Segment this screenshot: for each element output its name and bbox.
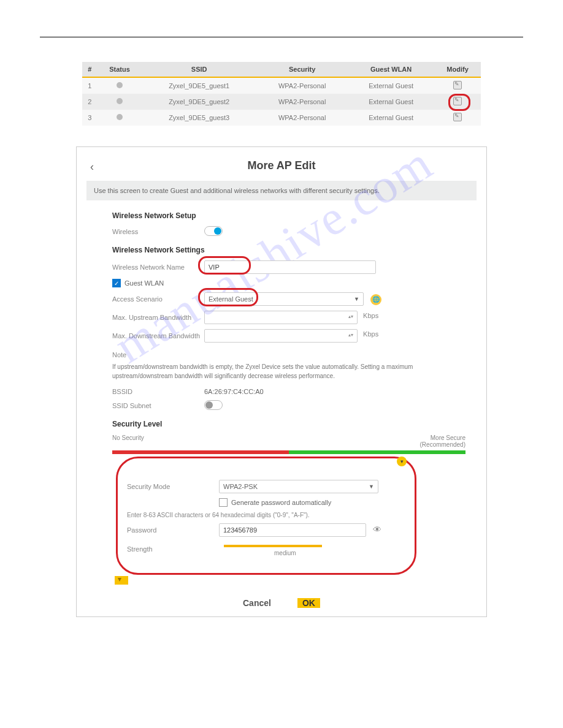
back-icon[interactable]: ‹ <box>90 161 94 173</box>
table-header-row: # Status SSID Security Guest WLAN Modify <box>82 62 481 77</box>
table-row: 1 Zyxel_9DE5_guest1 WPA2-Personal Extern… <box>82 77 481 94</box>
security-mode-select[interactable]: WPA2-PSK ▼ <box>219 480 378 493</box>
cell-num: 2 <box>82 94 98 110</box>
col-security: Security <box>256 62 348 77</box>
cell-num: 3 <box>82 110 98 126</box>
recommended-label: (Recommended) <box>420 441 465 448</box>
section-heading: Wireless Network Settings <box>112 246 465 254</box>
chevron-down-icon: ▼ <box>354 296 359 302</box>
access-scenario-label: Access Scenario <box>112 295 204 303</box>
stepper-icon[interactable]: ▴▾ <box>348 333 356 338</box>
highlight-ring: External Guest ▼ <box>204 292 364 306</box>
highlight-ring <box>204 260 376 274</box>
edit-icon[interactable] <box>453 113 462 121</box>
unit-label: Kbps <box>363 312 378 319</box>
no-security-label: No Security <box>112 434 144 448</box>
dialog-notice: Use this screen to create Guest and addi… <box>86 181 477 200</box>
security-level-bar[interactable] <box>112 450 465 454</box>
globe-icon[interactable]: 🌐 <box>370 294 381 305</box>
downstream-stepper[interactable]: ▴▾ <box>204 329 358 343</box>
section-heading: Security Level <box>112 420 465 428</box>
ap-table: # Status SSID Security Guest WLAN Modify… <box>82 62 481 126</box>
bssid-label: BSSID <box>112 388 204 395</box>
downstream-label: Max. Downstream Bandwidth <box>112 332 204 339</box>
cell-status <box>98 110 142 126</box>
edit-icon[interactable] <box>453 97 462 105</box>
select-value: External Guest <box>209 295 253 303</box>
guest-wlan-label: Guest WLAN <box>124 279 164 287</box>
bulb-icon <box>117 98 123 104</box>
col-num: # <box>82 62 98 77</box>
dialog-title: More AP Edit <box>247 159 315 172</box>
cell-ssid: Zyxel_9DE5_guest2 <box>142 94 256 110</box>
wireless-toggle[interactable] <box>204 226 223 236</box>
network-name-input[interactable] <box>204 260 376 274</box>
note-text: If upstream/downstream bandwidth is empt… <box>112 362 465 381</box>
table-row: 3 Zyxel_9DE5_guest3 WPA2-Personal Extern… <box>82 110 481 126</box>
cell-status <box>98 94 142 110</box>
cell-security: WPA2-Personal <box>256 77 348 94</box>
upstream-stepper[interactable]: ▴▾ <box>204 311 358 324</box>
dialog-header: ‹ More AP Edit <box>77 147 486 176</box>
guest-wlan-checkbox[interactable]: ✓ <box>112 279 121 287</box>
password-label: Password <box>127 526 219 534</box>
table-row: 2 Zyxel_9DE5_guest2 WPA2-Personal Extern… <box>82 94 481 110</box>
strength-label: Strength <box>127 545 219 553</box>
cell-modify[interactable] <box>434 110 481 126</box>
select-value: WPA2-PSK <box>223 483 258 490</box>
cell-ssid: Zyxel_9DE5_guest1 <box>142 77 256 94</box>
upstream-label: Max. Upstream Bandwidth <box>112 314 204 321</box>
cell-security: WPA2-Personal <box>256 94 348 110</box>
cell-status <box>98 77 142 94</box>
chevron-down-icon: ▼ <box>369 483 374 490</box>
wireless-label: Wireless <box>112 228 204 235</box>
cancel-button[interactable]: Cancel <box>243 598 271 608</box>
ok-button[interactable]: OK <box>297 598 320 608</box>
expand-icon[interactable] <box>115 576 128 585</box>
highlight-icon <box>453 97 462 107</box>
ssid-subnet-label: SSID Subnet <box>112 402 204 409</box>
bssid-value: 6A:26:97:C4:CC:A0 <box>204 388 465 395</box>
password-input[interactable] <box>219 523 366 537</box>
note-heading: Note <box>112 351 465 358</box>
edit-icon[interactable] <box>453 81 462 89</box>
security-panel: ▾ Security Mode WPA2-PSK ▼ Generate pass… <box>112 463 465 571</box>
bulb-icon <box>117 82 123 88</box>
cell-ssid: Zyxel_9DE5_guest3 <box>142 110 256 126</box>
col-status: Status <box>98 62 142 77</box>
security-mode-label: Security Mode <box>127 483 219 490</box>
section-heading: Wireless Network Setup <box>112 211 465 220</box>
password-hint: Enter 8-63 ASCII characters or 64 hexade… <box>127 512 451 518</box>
dialog-actions: Cancel OK <box>77 598 486 608</box>
cell-guest: External Guest <box>348 77 434 94</box>
strength-bar <box>224 545 322 547</box>
col-modify: Modify <box>434 62 481 77</box>
access-scenario-select[interactable]: External Guest ▼ <box>204 292 364 306</box>
slider-knob-icon[interactable]: ▾ <box>397 457 407 466</box>
cell-guest: External Guest <box>348 110 434 126</box>
wireless-setup-section: Wireless Network Setup Wireless Wireless… <box>112 211 465 586</box>
page-rule <box>40 37 523 37</box>
gen-password-checkbox[interactable] <box>219 498 228 507</box>
cell-num: 1 <box>82 77 98 94</box>
eye-icon[interactable]: 👁 <box>373 525 381 534</box>
network-name-label: Wireless Network Name <box>112 264 204 271</box>
cell-modify[interactable] <box>434 77 481 94</box>
more-secure-label: More Secure <box>431 434 465 441</box>
col-ssid: SSID <box>142 62 256 77</box>
unit-label: Kbps <box>363 330 378 338</box>
bulb-icon <box>117 114 123 120</box>
strength-value: medium <box>274 550 296 556</box>
cell-security: WPA2-Personal <box>256 110 348 126</box>
stepper-icon[interactable]: ▴▾ <box>348 315 356 320</box>
cell-modify[interactable] <box>434 94 481 110</box>
gen-password-label: Generate password automatically <box>231 499 331 506</box>
cell-guest: External Guest <box>348 94 434 110</box>
col-guest: Guest WLAN <box>348 62 434 77</box>
more-ap-edit-dialog: ‹ More AP Edit Use this screen to create… <box>76 146 487 617</box>
ssid-subnet-toggle[interactable] <box>204 400 223 410</box>
